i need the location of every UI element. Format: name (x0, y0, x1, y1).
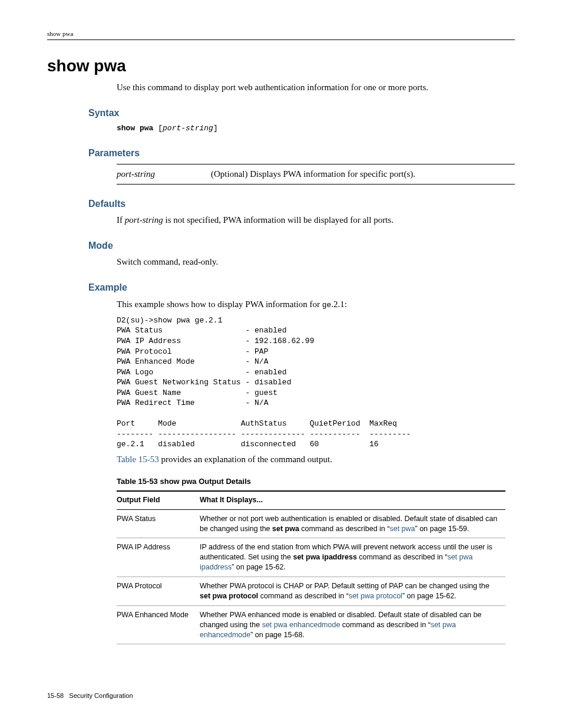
field-cell: PWA Enhanced Mode (117, 605, 200, 644)
running-header: show pwa (47, 29, 515, 40)
page-title: show pwa (47, 54, 515, 77)
running-header-text: show pwa (47, 30, 73, 37)
field-cell: PWA Status (117, 509, 200, 538)
desc-cell: IP address of the end station from which… (200, 538, 505, 577)
link-set-pwa-protocol[interactable]: set pwa protocol (349, 592, 402, 600)
syntax-line: show pwa [port-string] (117, 123, 515, 134)
table-row: PWA IP Address IP address of the end sta… (117, 538, 505, 577)
parameters-row: port-string (Optional) Displays PWA info… (117, 164, 515, 185)
syntax-cmd: show pwa (117, 124, 153, 133)
table-row: PWA Protocol Whether PWA protocol is CHA… (117, 577, 505, 606)
param-name: port-string (117, 168, 211, 180)
parameters-heading: Parameters (88, 147, 515, 160)
desc-cell: Whether PWA protocol is CHAP or PAP. Def… (200, 577, 505, 606)
desc-cell: Whether or not port web authentication i… (200, 509, 505, 538)
syntax-arg: port-string (163, 124, 213, 133)
desc-cell: Whether PWA enhanced mode is enabled or … (200, 605, 505, 644)
footer-page: 15-58 (47, 692, 64, 699)
syntax-bracket-open: [ (158, 124, 163, 133)
syntax-heading: Syntax (88, 107, 515, 120)
footer-section: Security Configuration (69, 692, 133, 699)
defaults-heading: Defaults (88, 197, 515, 210)
syntax-bracket-close: ] (213, 124, 218, 133)
col-what-displays: What It Displays... (200, 491, 505, 509)
example-code: D2(su)->show pwa ge.2.1 PWA Status - ena… (117, 315, 515, 450)
table-ref-link[interactable]: Table 15-53 (117, 454, 159, 464)
table-row: PWA Enhanced Mode Whether PWA enhanced m… (117, 605, 505, 644)
field-cell: PWA IP Address (117, 538, 200, 577)
output-table: Output Field What It Displays... PWA Sta… (117, 490, 505, 644)
example-heading: Example (88, 281, 515, 294)
table-caption: Table 15-53 show pwa Output Details (117, 476, 515, 487)
mode-text: Switch command, read-only. (117, 256, 515, 268)
intro-text: Use this command to display port web aut… (117, 81, 515, 94)
col-output-field: Output Field (117, 491, 200, 509)
defaults-text: If port-string is not specified, PWA inf… (117, 214, 515, 226)
example-after: Table 15-53 provides an explanation of t… (117, 453, 515, 466)
link-set-pwa[interactable]: set pwa (389, 525, 415, 533)
param-desc: (Optional) Displays PWA information for … (211, 168, 415, 180)
field-cell: PWA Protocol (117, 577, 200, 606)
page-footer: 15-58 Security Configuration (47, 691, 515, 700)
mode-heading: Mode (88, 239, 515, 252)
table-row: PWA Status Whether or not port web authe… (117, 509, 505, 538)
example-lead: This example shows how to display PWA in… (117, 298, 515, 311)
link-set-pwa-enhancedmode-1[interactable]: set pwa enhancedmode (262, 621, 340, 629)
